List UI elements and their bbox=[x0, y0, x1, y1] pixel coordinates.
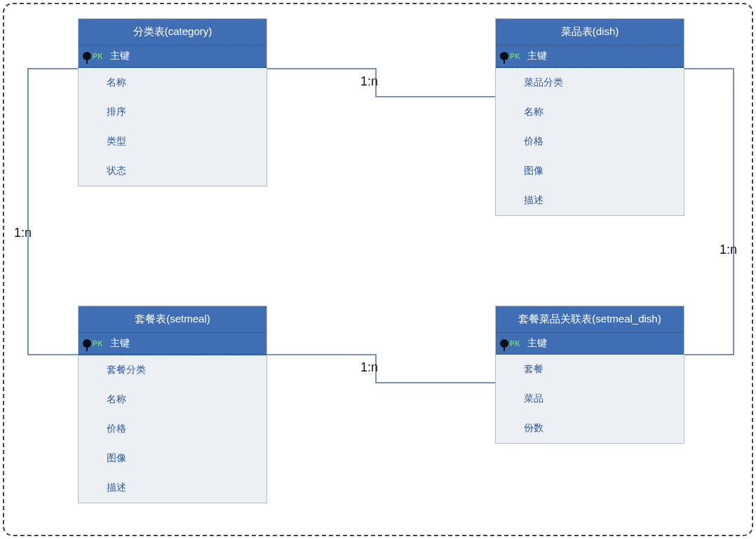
field: 类型 bbox=[79, 127, 266, 156]
field: 菜品 bbox=[496, 384, 684, 414]
rel-label-right: 1:n bbox=[720, 243, 737, 257]
field: 描述 bbox=[79, 473, 266, 503]
entity-title: 分类表(category) bbox=[79, 19, 266, 45]
field: 图像 bbox=[79, 444, 266, 473]
key-icon bbox=[500, 339, 508, 348]
pk-badge: PK bbox=[510, 53, 520, 60]
pk-field: 主键 bbox=[110, 337, 130, 350]
pk-badge: PK bbox=[93, 53, 103, 60]
rel-label-left: 1:n bbox=[14, 226, 32, 240]
pk-row: PK 主键 bbox=[496, 332, 684, 355]
pk-row: PK 主键 bbox=[79, 45, 266, 68]
pk-field: 主键 bbox=[527, 337, 547, 350]
field: 套餐分类 bbox=[79, 355, 266, 385]
field: 名称 bbox=[79, 68, 266, 97]
field: 价格 bbox=[496, 127, 684, 156]
field: 图像 bbox=[496, 156, 684, 186]
entity-setmeal-dish: 套餐菜品关联表(setmeal_dish) PK 主键 套餐 菜品 份数 bbox=[495, 306, 684, 444]
field: 名称 bbox=[496, 97, 684, 127]
field: 价格 bbox=[79, 414, 266, 444]
pk-row: PK 主键 bbox=[79, 332, 266, 355]
field: 状态 bbox=[79, 156, 266, 186]
pk-field: 主键 bbox=[527, 50, 547, 62]
rel-label-top: 1:n bbox=[360, 74, 378, 89]
entity-setmeal: 套餐表(setmeal) PK 主键 套餐分类 名称 价格 图像 描述 bbox=[78, 306, 267, 503]
key-icon bbox=[83, 52, 91, 60]
field: 排序 bbox=[79, 97, 266, 127]
diagram-canvas: 分类表(category) PK 主键 名称 排序 类型 状态 菜品表(dish… bbox=[3, 3, 753, 536]
key-icon bbox=[500, 52, 508, 60]
field: 名称 bbox=[79, 385, 266, 414]
pk-badge: PK bbox=[510, 340, 520, 348]
entity-title: 套餐表(setmeal) bbox=[79, 306, 266, 332]
field: 份数 bbox=[496, 414, 684, 443]
field: 描述 bbox=[496, 186, 684, 215]
entity-title: 套餐菜品关联表(setmeal_dish) bbox=[496, 306, 684, 332]
pk-field: 主键 bbox=[110, 50, 130, 62]
pk-row: PK 主键 bbox=[496, 45, 684, 68]
key-icon bbox=[83, 339, 91, 348]
field: 套餐 bbox=[496, 355, 684, 384]
field: 菜品分类 bbox=[496, 68, 684, 97]
entity-category: 分类表(category) PK 主键 名称 排序 类型 状态 bbox=[78, 18, 267, 186]
entity-title: 菜品表(dish) bbox=[496, 19, 684, 45]
entity-dish: 菜品表(dish) PK 主键 菜品分类 名称 价格 图像 描述 bbox=[495, 18, 684, 216]
rel-label-mid: 1:n bbox=[360, 360, 378, 375]
pk-badge: PK bbox=[93, 340, 103, 348]
